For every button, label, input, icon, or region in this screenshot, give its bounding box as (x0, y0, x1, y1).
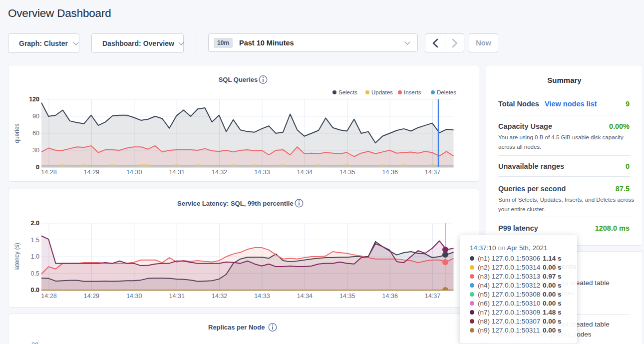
svg-text:14:32: 14:32 (212, 169, 227, 176)
svg-text:120: 120 (29, 96, 39, 103)
svg-text:Updates: Updates (371, 89, 393, 95)
svg-text:SQL Queries: SQL Queries (219, 76, 258, 83)
svg-text:14:34: 14:34 (297, 293, 313, 300)
svg-text:14:33: 14:33 (254, 293, 270, 300)
svg-text:14:36: 14:36 (382, 293, 398, 300)
svg-text:30: 30 (32, 147, 39, 154)
svg-text:90: 90 (32, 113, 39, 120)
svg-text:14:30: 14:30 (126, 293, 142, 300)
svg-text:14:29: 14:29 (84, 169, 99, 176)
svg-text:14:29: 14:29 (84, 293, 99, 300)
svg-text:Selects: Selects (338, 89, 357, 95)
svg-text:Replicas per Node: Replicas per Node (208, 324, 265, 331)
svg-text:14:36: 14:36 (382, 169, 398, 176)
svg-text:1.5: 1.5 (31, 237, 39, 244)
svg-text:1.0: 1.0 (31, 253, 39, 260)
svg-text:Inserts: Inserts (404, 89, 421, 95)
svg-text:14:28: 14:28 (41, 169, 56, 176)
svg-text:2.0: 2.0 (31, 220, 39, 227)
svg-text:0.5: 0.5 (31, 270, 39, 277)
svg-text:14:37: 14:37 (425, 293, 440, 300)
svg-text:Service Latency: SQL, 99th per: Service Latency: SQL, 99th percentile (177, 200, 294, 207)
svg-text:14:35: 14:35 (339, 169, 355, 176)
svg-text:14:28: 14:28 (41, 293, 56, 300)
svg-text:latency (s): latency (s) (13, 243, 20, 270)
svg-text:14:35: 14:35 (339, 293, 355, 300)
svg-text:14:31: 14:31 (169, 293, 185, 300)
svg-text:14:37: 14:37 (425, 169, 440, 176)
svg-text:60: 60 (32, 130, 39, 137)
svg-text:0.0: 0.0 (31, 287, 39, 294)
svg-text:14:33: 14:33 (254, 169, 270, 176)
svg-text:Deletes: Deletes (437, 89, 456, 95)
svg-text:14:30: 14:30 (126, 169, 142, 176)
svg-text:14:34: 14:34 (297, 169, 313, 176)
svg-text:14:32: 14:32 (212, 293, 227, 300)
svg-text:0: 0 (36, 164, 39, 171)
svg-text:queries: queries (13, 123, 20, 143)
svg-text:14:31: 14:31 (169, 169, 185, 176)
